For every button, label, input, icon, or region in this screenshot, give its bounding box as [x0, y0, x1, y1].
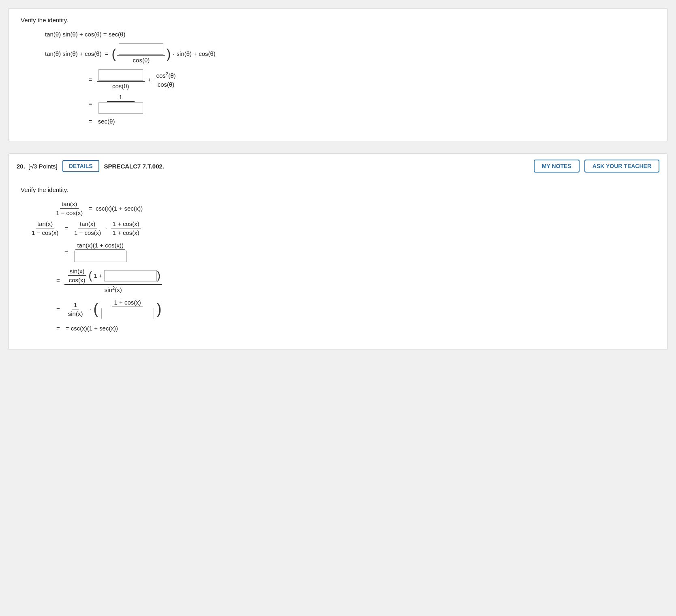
- p20-sup2: 2: [112, 286, 115, 290]
- p20-given-frac: tan(x) 1 − cos(x): [54, 200, 84, 216]
- p20-s3-inner-num: sin(x): [68, 268, 86, 276]
- p20-s1-rhs2-den: 1 + cos(x): [111, 228, 141, 236]
- p19-sup2: 2: [166, 71, 168, 76]
- p20-s2-frac: tan(x)(1 + cos(x)): [73, 242, 128, 262]
- p19-frac2-num: [97, 69, 145, 82]
- p19-input3[interactable]: [98, 102, 143, 114]
- problem-19-body: Verify the identity. tan(θ) sin(θ) + cos…: [9, 9, 667, 141]
- problem-19-card: Verify the identity. tan(θ) sin(θ) + cos…: [8, 8, 668, 141]
- p19-dot1: ·: [173, 50, 174, 57]
- p19-step4: = sec(θ): [86, 118, 655, 125]
- p19-frac3: cos2(θ) cos(θ): [155, 71, 178, 88]
- p20-s3-rparen: ): [157, 270, 160, 281]
- p20-s4-num: 1: [72, 301, 79, 309]
- p20-s4-lparen: (: [94, 303, 98, 315]
- p20-given-den: 1 − cos(x): [54, 209, 84, 216]
- verify-label-20: Verify the identity.: [21, 186, 655, 193]
- p20-given-num: tan(x): [60, 200, 79, 209]
- p20-s4-inner-den: [100, 307, 156, 319]
- p20-step4: = 1 sin(x) · ( 1 + cos(x) ): [53, 299, 655, 319]
- p20-given-rhs: csc(x)(1 + sec(x)): [96, 205, 143, 212]
- p19-frac4-den: [97, 102, 145, 114]
- problem-20-card: 20. [-/3 Points] DETAILS SPRECALC7 7.T.0…: [8, 153, 668, 350]
- p20-s1-lhs-den: 1 − cos(x): [30, 228, 60, 236]
- p20-points: [-/3 Points]: [28, 163, 58, 170]
- problem-20-body: Verify the identity. tan(x) 1 − cos(x) =…: [9, 178, 667, 350]
- p19-lhs: tan(θ) sin(θ) + cos(θ): [45, 50, 102, 57]
- p19-eq3: =: [89, 100, 92, 107]
- p19-rhs1: sin(θ) + cos(θ): [177, 50, 216, 57]
- p20-s4-den: sin(x): [66, 309, 85, 317]
- p20-s1-rhs1-den: 1 − cos(x): [73, 228, 103, 236]
- p20-num: 20.: [17, 163, 25, 170]
- p19-lparen1: (: [111, 47, 116, 60]
- p20-s1-lhs-num: tan(x): [36, 220, 54, 228]
- details-button[interactable]: DETAILS: [62, 160, 99, 172]
- p20-s3-frac: sin(x) cos(x) ( 1 + ) sin2(x): [64, 268, 162, 293]
- my-notes-button[interactable]: MY NOTES: [534, 160, 580, 173]
- p19-frac2: cos(θ): [97, 69, 145, 90]
- p20-s1-rhs1-num: tan(x): [78, 220, 97, 228]
- p20-input3[interactable]: [101, 308, 154, 319]
- p19-step3: = 1: [86, 94, 655, 114]
- p20-final-eq: =: [56, 325, 60, 332]
- problem-20-number: 20. [-/3 Points]: [17, 163, 58, 170]
- verify-label-19: Verify the identity.: [21, 17, 655, 23]
- p20-s1-lhs: tan(x) 1 − cos(x): [30, 220, 60, 236]
- p20-step2: = tan(x)(1 + cos(x)): [61, 242, 655, 262]
- p20-s4-rparen: ): [157, 303, 162, 315]
- p20-s4-inner-frac: 1 + cos(x): [100, 299, 156, 319]
- p20-s3-1plus: 1 +: [94, 272, 103, 279]
- problem-20-header: 20. [-/3 Points] DETAILS SPRECALC7 7.T.0…: [9, 154, 667, 178]
- p20-s4-dot: ·: [90, 306, 91, 313]
- p20-s1-rhs2: 1 + cos(x) 1 + cos(x): [111, 220, 141, 236]
- p20-s3-inner-den: cos(x): [67, 276, 87, 283]
- p19-frac3-num: cos2(θ): [155, 71, 178, 80]
- p20-s4-eq: =: [56, 306, 60, 313]
- p20-s3-num: sin(x) cos(x) ( 1 + ): [64, 268, 162, 285]
- p19-frac4: 1: [97, 94, 145, 114]
- p20-s1-rhs1: tan(x) 1 − cos(x): [73, 220, 103, 236]
- p19-rparen1: ): [166, 47, 171, 60]
- p19-result: sec(θ): [98, 118, 115, 125]
- p19-given-text: tan(θ) sin(θ) + cos(θ) = sec(θ): [45, 31, 125, 38]
- p20-s3-eq: =: [56, 277, 60, 284]
- p19-frac1: cos(θ): [117, 43, 165, 64]
- p19-plus2: +: [148, 76, 152, 83]
- p19-input2[interactable]: [98, 69, 143, 81]
- p19-eq4: =: [89, 118, 92, 125]
- p20-s3-den: sin2(x): [103, 285, 124, 293]
- p20-s4-frac: 1 sin(x): [66, 301, 85, 317]
- p20-input2[interactable]: [104, 270, 157, 281]
- p20-final-result: = csc(x)(1 + sec(x)): [66, 325, 118, 332]
- p20-s1-dot: ·: [106, 225, 107, 232]
- p20-s2-num: tan(x)(1 + cos(x)): [75, 242, 125, 250]
- p19-frac1-den: cos(θ): [131, 56, 152, 64]
- problem-code: SPRECALC7 7.T.002.: [104, 163, 529, 170]
- p20-given: tan(x) 1 − cos(x) = csc(x)(1 + sec(x)): [53, 200, 655, 216]
- p19-frac4-num: 1: [107, 94, 135, 102]
- p20-s1-eq: =: [64, 225, 68, 232]
- p19-step1: tan(θ) sin(θ) + cos(θ) = ( cos(θ) ) · si…: [45, 43, 655, 64]
- p20-input1[interactable]: [74, 251, 127, 262]
- p19-step2: = cos(θ) + cos2(θ) cos(θ): [86, 69, 655, 90]
- p19-frac3-den: cos(θ): [156, 80, 176, 88]
- p20-given-eq: =: [89, 205, 92, 212]
- ask-teacher-button[interactable]: ASK YOUR TEACHER: [584, 160, 659, 173]
- p19-eq2: =: [89, 76, 92, 83]
- p20-s1-rhs2-num: 1 + cos(x): [111, 220, 141, 228]
- p20-final: = = csc(x)(1 + sec(x)): [53, 325, 655, 332]
- p20-s3-inner-frac: sin(x) cos(x): [67, 268, 87, 283]
- p19-frac1-num: [117, 43, 165, 56]
- p20-step1: tan(x) 1 − cos(x) = tan(x) 1 − cos(x) · …: [29, 220, 655, 236]
- p19-input1[interactable]: [119, 43, 163, 55]
- p19-given-equation: tan(θ) sin(θ) + cos(θ) = sec(θ): [45, 31, 655, 38]
- p20-s2-eq: =: [64, 249, 68, 256]
- p19-eq1: =: [105, 50, 109, 57]
- p19-frac2-den: cos(θ): [111, 82, 131, 90]
- p20-s2-den: [73, 250, 128, 262]
- p20-step3: = sin(x) cos(x) ( 1 + ) sin2(x): [53, 268, 655, 293]
- right-buttons: MY NOTES ASK YOUR TEACHER: [534, 160, 659, 173]
- p20-s4-inner-num: 1 + cos(x): [112, 299, 142, 307]
- p20-s3-lparen: (: [89, 270, 92, 281]
